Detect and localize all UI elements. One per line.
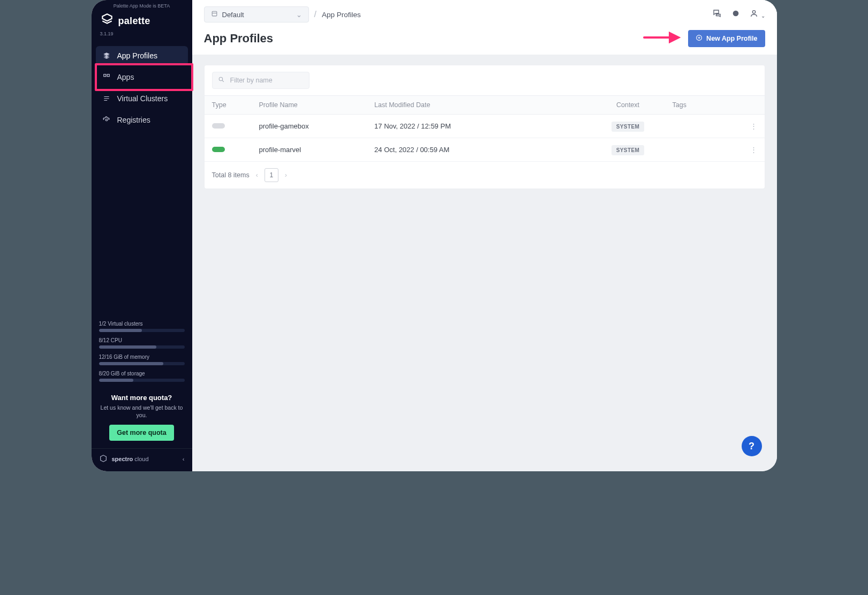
svg-rect-0 [103, 74, 105, 77]
sidebar-item-label: Virtual Clusters [117, 94, 168, 103]
get-more-quota-button[interactable]: Get more quota [109, 425, 173, 441]
project-selector[interactable]: Default ⌄ [204, 6, 309, 22]
brand-name: palette [118, 16, 150, 27]
foot-brand-strong: spectro [112, 456, 133, 462]
chat-icon[interactable] [712, 9, 722, 20]
svg-point-7 [219, 77, 223, 81]
svg-rect-1 [107, 74, 109, 77]
modified-date: 17 Nov, 2022 / 12:59 PM [367, 115, 591, 138]
breadcrumb-sep: / [314, 10, 316, 19]
version-label: 3.1.19 [92, 30, 192, 43]
project-selector-value: Default [222, 11, 244, 19]
col-context[interactable]: Context [591, 96, 665, 115]
col-type[interactable]: Type [205, 96, 252, 115]
help-button[interactable]: ? [742, 436, 762, 456]
profile-name: profile-gamebox [252, 115, 367, 138]
type-icon [212, 123, 225, 129]
user-menu[interactable]: ⌄ [750, 9, 765, 20]
svg-point-4 [733, 11, 739, 17]
sidebar-item-app-profiles[interactable]: App Profiles [96, 46, 188, 65]
search-icon [218, 76, 225, 85]
page-number[interactable]: 1 [265, 168, 278, 182]
svg-point-2 [105, 119, 108, 121]
profile-name: profile-marvel [252, 138, 367, 162]
sidebar-item-registries[interactable]: Registries [96, 110, 188, 130]
sidebar-item-label: Apps [117, 73, 134, 81]
col-name[interactable]: Profile Name [252, 96, 367, 115]
quota-cpu: 8/12 CPU [99, 337, 185, 349]
chevron-down-icon: ⌄ [296, 11, 302, 19]
context-badge: SYSTEM [612, 122, 645, 132]
more-quota-title: Want more quota? [97, 394, 187, 402]
prev-page-icon[interactable]: ‹ [256, 171, 258, 179]
foot-brand-light: cloud [134, 456, 148, 462]
table-row[interactable]: profile-gamebox 17 Nov, 2022 / 12:59 PM … [205, 115, 765, 138]
breadcrumb-current: App Profiles [322, 11, 361, 19]
org-icon [211, 10, 218, 19]
spectro-logo-icon [99, 454, 108, 464]
sidebar-item-apps[interactable]: Apps [96, 67, 188, 87]
star-icon[interactable] [731, 9, 740, 20]
row-actions-icon[interactable]: ⋮ [728, 115, 765, 138]
quota-virtual-clusters: 1/2 Virtual clusters [99, 321, 185, 332]
table-row[interactable]: profile-marvel 24 Oct, 2022 / 00:59 AM S… [205, 138, 765, 162]
sidebar-item-label: App Profiles [117, 51, 157, 60]
apps-icon [102, 73, 111, 81]
beta-label: Palette App Mode is BETA [92, 0, 192, 10]
palette-logo-icon [100, 13, 114, 29]
pagination-total: Total 8 items [212, 171, 250, 179]
sidebar-item-virtual-clusters[interactable]: Virtual Clusters [96, 89, 188, 108]
stack-icon [102, 51, 111, 60]
svg-rect-3 [212, 11, 217, 16]
next-page-icon[interactable]: › [285, 171, 287, 179]
search-input[interactable] [229, 76, 304, 85]
col-tags[interactable]: Tags [665, 96, 728, 115]
gear-icon [102, 116, 111, 124]
col-date[interactable]: Last Modified Date [367, 96, 591, 115]
context-badge: SYSTEM [612, 145, 645, 155]
modified-date: 24 Oct, 2022 / 00:59 AM [367, 138, 591, 162]
type-icon [212, 147, 225, 152]
collapse-sidebar-icon[interactable]: ‹ [183, 456, 185, 462]
page-title: App Profiles [204, 32, 274, 46]
quota-memory: 12/16 GiB of memory [99, 354, 185, 365]
plus-circle-icon [696, 34, 703, 43]
search-filter[interactable] [212, 72, 310, 89]
row-actions-icon[interactable]: ⋮ [728, 138, 765, 162]
svg-point-5 [752, 11, 755, 13]
more-quota-desc: Let us know and we'll get back to you. [97, 404, 187, 419]
new-app-profile-button[interactable]: New App Profile [688, 30, 765, 47]
annotation-arrow [643, 32, 681, 46]
quota-storage: 8/20 GiB of storage [99, 371, 185, 382]
sidebar-item-label: Registries [117, 116, 150, 124]
list-icon [102, 94, 111, 103]
